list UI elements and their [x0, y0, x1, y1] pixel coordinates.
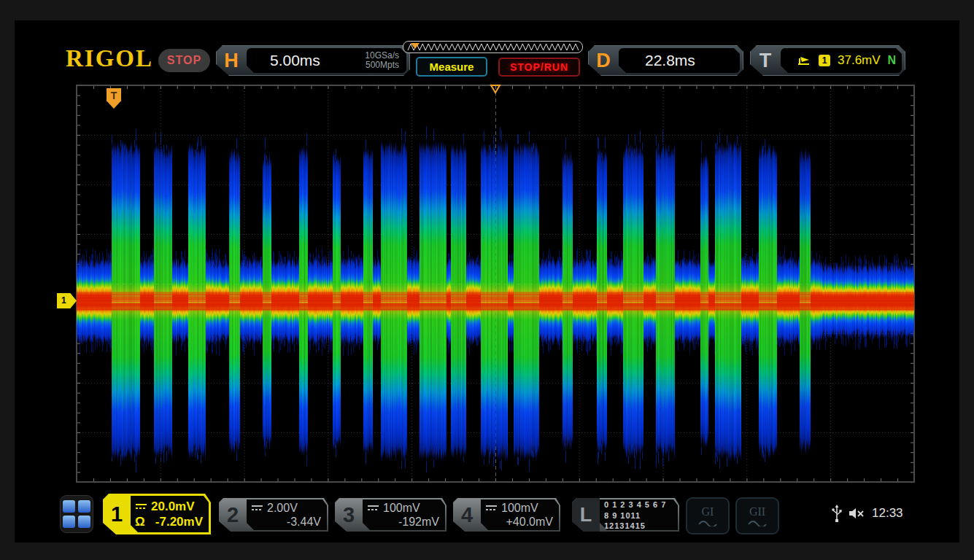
trigger-slope-icon — [797, 55, 811, 66]
channel-1-impedance: Ω — [135, 515, 145, 529]
delay-position-marker[interactable] — [490, 85, 501, 94]
clock: 12:33 — [872, 506, 903, 521]
trigger-level-value: 37.6mV — [838, 53, 881, 68]
delay-panel[interactable]: D 22.8ms — [588, 45, 743, 76]
dc-coupling-icon — [135, 502, 147, 510]
generator-2-label: GII — [749, 505, 765, 518]
channel-1-scale: 20.0mV — [151, 499, 195, 514]
channel-2-offset: -3.44V — [287, 516, 321, 529]
dc-coupling-icon — [485, 504, 498, 512]
rigol-logo: RIGOL — [66, 45, 153, 72]
sine-wave-icon — [697, 518, 718, 526]
channel-4-offset: +40.0mV — [506, 516, 553, 529]
waveform-overview-ribbon[interactable] — [403, 41, 583, 53]
stop-run-button[interactable]: STOP/RUN — [498, 58, 580, 77]
speaker-muted-icon — [849, 507, 865, 520]
oscilloscope-ui: RIGOL STOP H 5.00ms 10GSa/s 500Mpts Meas… — [0, 0, 974, 560]
waveform-display[interactable] — [77, 85, 914, 482]
channel-1-widget[interactable]: 1 20.0mV Ω -7.20mV — [103, 494, 211, 534]
status-bar: 12:33 — [832, 505, 903, 522]
overview-zigzag-icon — [403, 42, 582, 52]
acquisition-status-badge: STOP — [158, 49, 210, 72]
generator-1-button[interactable]: GI — [686, 497, 730, 534]
horizontal-timebase-panel[interactable]: H 5.00ms 10GSa/s 500Mpts — [216, 45, 410, 76]
channel-4-widget[interactable]: 4 100mV +40.0mV — [453, 498, 560, 532]
usb-icon — [832, 505, 842, 522]
sine-wave-icon — [747, 518, 768, 526]
generator-1-label: GI — [702, 505, 714, 518]
channel-1-offset: -7.20mV — [155, 515, 203, 529]
channel-4-scale: 100mV — [501, 502, 538, 515]
sample-rate: 10GSa/s — [365, 50, 399, 61]
generator-2-button[interactable]: GII — [735, 497, 779, 534]
measure-button[interactable]: Measure — [416, 57, 487, 77]
channel-3-widget[interactable]: 3 100mV -192mV — [335, 498, 447, 532]
logic-channels-widget[interactable]: L 0 1 2 3 4 5 6 7 8 9 1011 12131415 — [572, 498, 679, 532]
delay-value: 22.8ms — [619, 52, 695, 69]
logic-row-1: 0 1 2 3 4 5 6 7 — [604, 499, 672, 510]
trigger-source-badge: 1 — [819, 55, 830, 66]
trigger-sweep-mode: N — [888, 54, 897, 67]
dc-coupling-icon — [251, 504, 263, 512]
channel-3-scale: 100mV — [383, 502, 420, 515]
main-menu-button[interactable] — [60, 495, 93, 533]
channel-2-scale: 2.00V — [267, 502, 298, 515]
channel-3-offset: -192mV — [398, 516, 439, 529]
menu-grid-icon — [63, 500, 75, 513]
trigger-panel[interactable]: T 1 37.6mV N — [750, 45, 905, 76]
channel-2-widget[interactable]: 2 2.00V -3.44V — [219, 498, 328, 532]
dc-coupling-icon — [367, 504, 379, 512]
memory-depth: 500Mpts — [366, 60, 399, 70]
timebase-value: 5.00ms — [247, 52, 365, 69]
logic-row-2: 8 9 1011 12131415 — [604, 510, 672, 531]
